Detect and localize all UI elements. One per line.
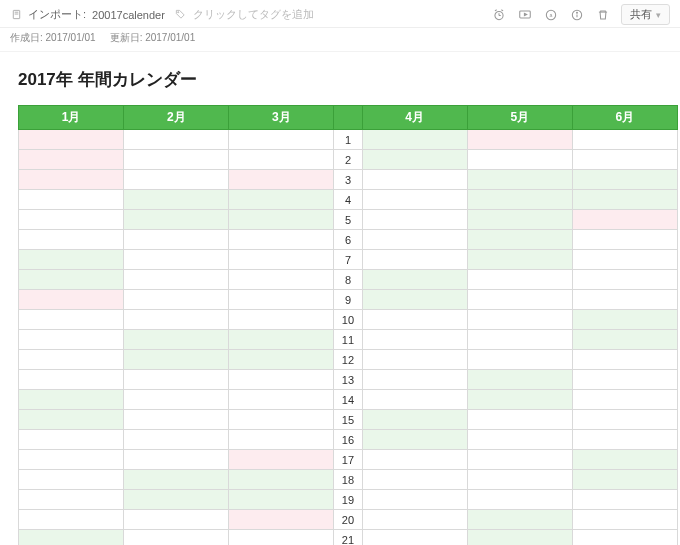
calendar-cell[interactable]: [124, 430, 229, 450]
calendar-cell[interactable]: [362, 190, 467, 210]
calendar-cell[interactable]: [19, 170, 124, 190]
calendar-cell[interactable]: [467, 450, 572, 470]
calendar-cell[interactable]: [362, 330, 467, 350]
calendar-cell[interactable]: [572, 490, 677, 510]
calendar-cell[interactable]: [229, 530, 334, 546]
calendar-cell[interactable]: [229, 450, 334, 470]
calendar-cell[interactable]: [124, 450, 229, 470]
calendar-cell[interactable]: [19, 270, 124, 290]
calendar-cell[interactable]: [19, 370, 124, 390]
calendar-cell[interactable]: [467, 190, 572, 210]
calendar-cell[interactable]: [229, 210, 334, 230]
calendar-cell[interactable]: [362, 390, 467, 410]
calendar-cell[interactable]: [467, 370, 572, 390]
calendar-cell[interactable]: [19, 230, 124, 250]
calendar-cell[interactable]: [124, 310, 229, 330]
calendar-cell[interactable]: [572, 510, 677, 530]
calendar-cell[interactable]: [467, 230, 572, 250]
calendar-cell[interactable]: [467, 170, 572, 190]
calendar-cell[interactable]: [467, 210, 572, 230]
document-title[interactable]: 2017年 年間カレンダー: [18, 68, 662, 91]
calendar-cell[interactable]: [362, 510, 467, 530]
calendar-cell[interactable]: [362, 470, 467, 490]
calendar-cell[interactable]: [467, 150, 572, 170]
calendar-cell[interactable]: [124, 370, 229, 390]
calendar-cell[interactable]: [572, 450, 677, 470]
calendar-cell[interactable]: [229, 190, 334, 210]
calendar-cell[interactable]: [19, 510, 124, 530]
calendar-cell[interactable]: [362, 410, 467, 430]
calendar-cell[interactable]: [19, 330, 124, 350]
calendar-cell[interactable]: [362, 350, 467, 370]
calendar-cell[interactable]: [362, 150, 467, 170]
calendar-cell[interactable]: [572, 190, 677, 210]
calendar-cell[interactable]: [467, 510, 572, 530]
calendar-cell[interactable]: [362, 530, 467, 546]
calendar-cell[interactable]: [19, 490, 124, 510]
calendar-cell[interactable]: [229, 490, 334, 510]
calendar-cell[interactable]: [362, 450, 467, 470]
calendar-cell[interactable]: [19, 130, 124, 150]
calendar-cell[interactable]: [19, 410, 124, 430]
calendar-cell[interactable]: [362, 370, 467, 390]
calendar-cell[interactable]: [124, 290, 229, 310]
calendar-cell[interactable]: [572, 150, 677, 170]
calendar-cell[interactable]: [19, 350, 124, 370]
calendar-cell[interactable]: [19, 470, 124, 490]
calendar-cell[interactable]: [572, 230, 677, 250]
calendar-cell[interactable]: [124, 530, 229, 546]
calendar-cell[interactable]: [467, 350, 572, 370]
calendar-cell[interactable]: [124, 190, 229, 210]
calendar-cell[interactable]: [572, 470, 677, 490]
calendar-cell[interactable]: [229, 250, 334, 270]
calendar-cell[interactable]: [124, 490, 229, 510]
calendar-cell[interactable]: [19, 310, 124, 330]
calendar-cell[interactable]: [467, 310, 572, 330]
annotate-icon[interactable]: a: [543, 7, 559, 23]
calendar-cell[interactable]: [362, 430, 467, 450]
calendar-cell[interactable]: [362, 210, 467, 230]
calendar-cell[interactable]: [19, 290, 124, 310]
calendar-cell[interactable]: [124, 230, 229, 250]
calendar-cell[interactable]: [124, 410, 229, 430]
calendar-cell[interactable]: [124, 170, 229, 190]
calendar-cell[interactable]: [229, 270, 334, 290]
calendar-cell[interactable]: [19, 210, 124, 230]
calendar-cell[interactable]: [19, 190, 124, 210]
calendar-cell[interactable]: [467, 250, 572, 270]
reminder-icon[interactable]: [491, 7, 507, 23]
calendar-cell[interactable]: [362, 290, 467, 310]
calendar-cell[interactable]: [572, 410, 677, 430]
calendar-cell[interactable]: [572, 210, 677, 230]
calendar-cell[interactable]: [467, 330, 572, 350]
calendar-cell[interactable]: [229, 230, 334, 250]
calendar-cell[interactable]: [124, 510, 229, 530]
calendar-cell[interactable]: [572, 390, 677, 410]
calendar-cell[interactable]: [572, 290, 677, 310]
share-button[interactable]: 共有 ▾: [621, 4, 670, 25]
calendar-cell[interactable]: [229, 430, 334, 450]
calendar-cell[interactable]: [362, 490, 467, 510]
calendar-cell[interactable]: [229, 410, 334, 430]
calendar-cell[interactable]: [19, 530, 124, 546]
note-name[interactable]: 20017calender: [92, 9, 165, 21]
calendar-cell[interactable]: [362, 130, 467, 150]
calendar-cell[interactable]: [572, 130, 677, 150]
calendar-cell[interactable]: [467, 530, 572, 546]
calendar-cell[interactable]: [467, 490, 572, 510]
calendar-cell[interactable]: [124, 250, 229, 270]
tag-icon[interactable]: [175, 9, 187, 21]
calendar-cell[interactable]: [229, 310, 334, 330]
calendar-cell[interactable]: [572, 350, 677, 370]
calendar-cell[interactable]: [572, 270, 677, 290]
calendar-cell[interactable]: [124, 270, 229, 290]
calendar-cell[interactable]: [124, 130, 229, 150]
calendar-cell[interactable]: [572, 170, 677, 190]
calendar-cell[interactable]: [124, 210, 229, 230]
calendar-cell[interactable]: [229, 330, 334, 350]
calendar-cell[interactable]: [572, 530, 677, 546]
calendar-cell[interactable]: [467, 270, 572, 290]
calendar-cell[interactable]: [467, 290, 572, 310]
calendar-table[interactable]: 1月 2月 3月 4月 5月 6月 1234567891011121314151…: [18, 105, 678, 545]
calendar-cell[interactable]: [362, 250, 467, 270]
